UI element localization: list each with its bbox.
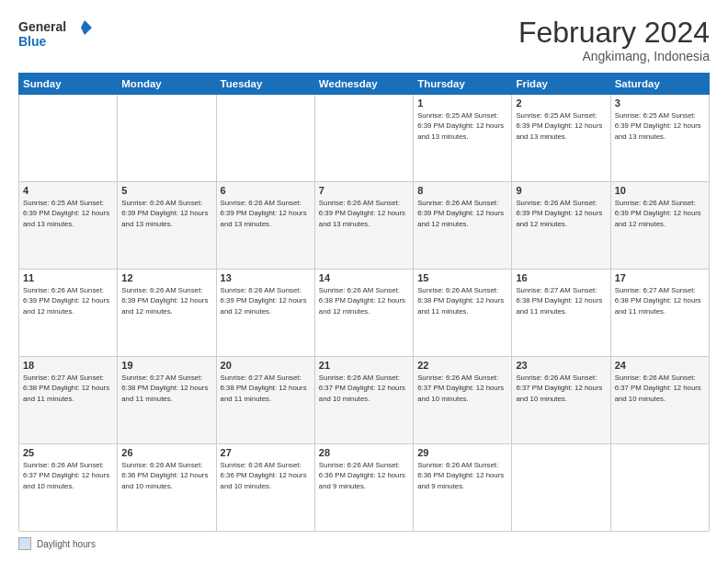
calendar-cell: 1Sunrise: 6:25 AM Sunset: 6:39 PM Daylig… <box>414 95 512 182</box>
calendar-header-thursday: Thursday <box>414 74 512 95</box>
day-number: 25 <box>23 447 113 458</box>
day-info: Sunrise: 6:26 AM Sunset: 6:36 PM Dayligh… <box>221 460 311 491</box>
day-number: 28 <box>319 447 409 458</box>
day-number: 4 <box>23 185 113 196</box>
calendar-cell: 9Sunrise: 6:26 AM Sunset: 6:39 PM Daylig… <box>512 182 610 270</box>
day-number: 13 <box>221 272 311 283</box>
day-info: Sunrise: 6:26 AM Sunset: 6:39 PM Dayligh… <box>417 198 507 229</box>
day-number: 9 <box>516 185 606 196</box>
subtitle: Angkimang, Indonesia <box>518 49 710 63</box>
day-number: 3 <box>615 98 705 109</box>
calendar-cell: 7Sunrise: 6:26 AM Sunset: 6:39 PM Daylig… <box>314 182 413 270</box>
calendar-cell: 15Sunrise: 6:26 AM Sunset: 6:38 PM Dayli… <box>414 270 512 357</box>
calendar-cell: 6Sunrise: 6:26 AM Sunset: 6:39 PM Daylig… <box>216 182 314 270</box>
day-info: Sunrise: 6:26 AM Sunset: 6:39 PM Dayligh… <box>615 198 705 229</box>
day-info: Sunrise: 6:26 AM Sunset: 6:37 PM Dayligh… <box>516 373 606 404</box>
day-number: 7 <box>319 185 409 196</box>
day-info: Sunrise: 6:26 AM Sunset: 6:39 PM Dayligh… <box>121 198 211 229</box>
day-number: 27 <box>221 447 311 458</box>
calendar-table: SundayMondayTuesdayWednesdayThursdayFrid… <box>18 73 710 532</box>
calendar-cell: 27Sunrise: 6:26 AM Sunset: 6:36 PM Dayli… <box>216 444 314 532</box>
calendar-cell: 28Sunrise: 6:26 AM Sunset: 6:36 PM Dayli… <box>314 444 413 532</box>
day-info: Sunrise: 6:26 AM Sunset: 6:37 PM Dayligh… <box>23 460 113 491</box>
calendar-cell: 20Sunrise: 6:27 AM Sunset: 6:38 PM Dayli… <box>216 357 314 444</box>
day-info: Sunrise: 6:26 AM Sunset: 6:39 PM Dayligh… <box>221 198 311 229</box>
day-info: Sunrise: 6:27 AM Sunset: 6:38 PM Dayligh… <box>221 373 311 404</box>
calendar-cell: 16Sunrise: 6:27 AM Sunset: 6:38 PM Dayli… <box>512 270 610 357</box>
calendar-cell: 5Sunrise: 6:26 AM Sunset: 6:39 PM Daylig… <box>118 182 216 270</box>
day-info: Sunrise: 6:25 AM Sunset: 6:39 PM Dayligh… <box>417 110 507 142</box>
day-number: 24 <box>615 360 705 371</box>
day-info: Sunrise: 6:27 AM Sunset: 6:38 PM Dayligh… <box>23 373 113 404</box>
day-number: 8 <box>417 185 507 196</box>
day-info: Sunrise: 6:26 AM Sunset: 6:37 PM Dayligh… <box>319 373 409 404</box>
day-info: Sunrise: 6:27 AM Sunset: 6:38 PM Dayligh… <box>615 285 705 316</box>
calendar-cell: 11Sunrise: 6:26 AM Sunset: 6:39 PM Dayli… <box>19 270 118 357</box>
day-number: 16 <box>516 272 606 283</box>
day-info: Sunrise: 6:27 AM Sunset: 6:38 PM Dayligh… <box>121 373 211 404</box>
header: General Blue February 2024 Angkimang, In… <box>18 17 710 63</box>
calendar-cell <box>512 444 610 532</box>
logo: General Blue <box>18 17 92 52</box>
day-number: 20 <box>221 360 311 371</box>
calendar-cell <box>314 95 413 182</box>
calendar-cell: 26Sunrise: 6:26 AM Sunset: 6:36 PM Dayli… <box>118 444 216 532</box>
calendar-cell: 23Sunrise: 6:26 AM Sunset: 6:37 PM Dayli… <box>512 357 610 444</box>
calendar-week-3: 11Sunrise: 6:26 AM Sunset: 6:39 PM Dayli… <box>19 270 710 357</box>
day-info: Sunrise: 6:26 AM Sunset: 6:39 PM Dayligh… <box>221 285 311 316</box>
calendar-cell: 13Sunrise: 6:26 AM Sunset: 6:39 PM Dayli… <box>216 270 314 357</box>
day-info: Sunrise: 6:26 AM Sunset: 6:39 PM Dayligh… <box>121 285 211 316</box>
calendar-header-monday: Monday <box>118 74 216 95</box>
day-number: 26 <box>121 447 211 458</box>
calendar-cell: 8Sunrise: 6:26 AM Sunset: 6:39 PM Daylig… <box>414 182 512 270</box>
day-info: Sunrise: 6:26 AM Sunset: 6:36 PM Dayligh… <box>319 460 409 491</box>
page: General Blue February 2024 Angkimang, In… <box>0 0 728 563</box>
calendar-week-5: 25Sunrise: 6:26 AM Sunset: 6:37 PM Dayli… <box>19 444 710 532</box>
calendar-week-1: 1Sunrise: 6:25 AM Sunset: 6:39 PM Daylig… <box>19 95 710 182</box>
calendar-header-saturday: Saturday <box>610 74 709 95</box>
calendar-cell: 24Sunrise: 6:26 AM Sunset: 6:37 PM Dayli… <box>610 357 709 444</box>
calendar-cell: 3Sunrise: 6:25 AM Sunset: 6:39 PM Daylig… <box>610 95 709 182</box>
svg-text:General: General <box>18 19 66 34</box>
day-number: 17 <box>615 272 705 283</box>
calendar-header-sunday: Sunday <box>19 74 118 95</box>
calendar-cell: 10Sunrise: 6:26 AM Sunset: 6:39 PM Dayli… <box>610 182 709 270</box>
day-number: 15 <box>417 272 507 283</box>
calendar-cell: 29Sunrise: 6:26 AM Sunset: 6:36 PM Dayli… <box>414 444 512 532</box>
day-info: Sunrise: 6:25 AM Sunset: 6:39 PM Dayligh… <box>516 110 606 142</box>
day-info: Sunrise: 6:26 AM Sunset: 6:39 PM Dayligh… <box>23 285 113 316</box>
calendar-cell <box>610 444 709 532</box>
title-block: February 2024 Angkimang, Indonesia <box>518 17 710 63</box>
day-number: 6 <box>221 185 311 196</box>
day-info: Sunrise: 6:26 AM Sunset: 6:39 PM Dayligh… <box>516 198 606 229</box>
day-number: 11 <box>23 272 113 283</box>
logo-svg: General Blue <box>18 17 92 52</box>
day-number: 2 <box>516 98 606 109</box>
calendar-cell: 17Sunrise: 6:27 AM Sunset: 6:38 PM Dayli… <box>610 270 709 357</box>
day-number: 12 <box>121 272 211 283</box>
day-number: 1 <box>417 98 507 109</box>
calendar-cell: 21Sunrise: 6:26 AM Sunset: 6:37 PM Dayli… <box>314 357 413 444</box>
day-number: 19 <box>121 360 211 371</box>
calendar-cell: 22Sunrise: 6:26 AM Sunset: 6:37 PM Dayli… <box>414 357 512 444</box>
day-info: Sunrise: 6:27 AM Sunset: 6:38 PM Dayligh… <box>516 285 606 316</box>
calendar-cell: 2Sunrise: 6:25 AM Sunset: 6:39 PM Daylig… <box>512 95 610 182</box>
svg-marker-2 <box>81 20 92 35</box>
day-info: Sunrise: 6:26 AM Sunset: 6:38 PM Dayligh… <box>319 285 409 316</box>
footer: Daylight hours <box>18 537 710 550</box>
day-number: 23 <box>516 360 606 371</box>
calendar-header-wednesday: Wednesday <box>314 74 413 95</box>
day-info: Sunrise: 6:26 AM Sunset: 6:36 PM Dayligh… <box>417 460 507 491</box>
day-number: 10 <box>615 185 705 196</box>
day-number: 22 <box>417 360 507 371</box>
calendar-cell <box>216 95 314 182</box>
calendar-header-row: SundayMondayTuesdayWednesdayThursdayFrid… <box>19 74 710 95</box>
day-number: 29 <box>417 447 507 458</box>
daylight-legend-box <box>18 537 31 550</box>
calendar-cell: 25Sunrise: 6:26 AM Sunset: 6:37 PM Dayli… <box>19 444 118 532</box>
calendar-cell: 4Sunrise: 6:25 AM Sunset: 6:39 PM Daylig… <box>19 182 118 270</box>
calendar-header-friday: Friday <box>512 74 610 95</box>
calendar-header-tuesday: Tuesday <box>216 74 314 95</box>
day-info: Sunrise: 6:26 AM Sunset: 6:36 PM Dayligh… <box>121 460 211 491</box>
calendar-cell: 12Sunrise: 6:26 AM Sunset: 6:39 PM Dayli… <box>118 270 216 357</box>
